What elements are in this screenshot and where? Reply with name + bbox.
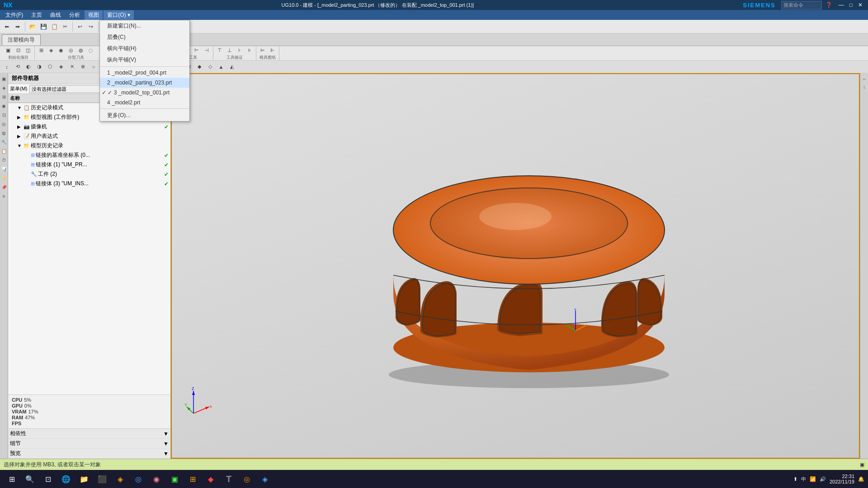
taskbar-app8[interactable]: ◈ <box>257 471 273 487</box>
taskbar-start[interactable]: ⊞ <box>4 471 20 487</box>
taskbar-search[interactable]: 🔍 <box>22 471 38 487</box>
tb-open[interactable]: 📂 <box>28 22 38 32</box>
tree-item-link1[interactable]: ⊞ 链接体 (1) "UM_PR... ✔ <box>8 160 170 169</box>
tree-item-expressions[interactable]: ▶ 📝 用户表达式 <box>8 131 170 141</box>
taskbar-app6[interactable]: ◆ <box>203 471 219 487</box>
left-icon-13[interactable]: 📌 <box>0 183 8 191</box>
taskbar-chrome[interactable]: ◎ <box>239 471 255 487</box>
left-icon-1[interactable]: ▣ <box>0 75 8 82</box>
vtb-8[interactable]: ⊕ <box>78 62 88 72</box>
vtb-9[interactable]: ○ <box>89 62 99 72</box>
vtb-2[interactable]: ⟲ <box>13 62 23 72</box>
tb-back[interactable]: ⬅ <box>2 22 12 32</box>
vtb-1[interactable]: ↕ <box>2 62 12 72</box>
tree-item-model-history[interactable]: ▼ 📁 模型历史记录 <box>8 141 170 150</box>
left-icon-14[interactable]: ≡ <box>0 192 8 200</box>
tb-undo[interactable]: ↩ <box>75 22 85 32</box>
close-btn[interactable]: ✕ <box>856 2 864 8</box>
expand-icon-history[interactable]: ▼ <box>17 105 23 110</box>
left-icon-3[interactable]: ⊞ <box>0 93 8 100</box>
taskbar-notification[interactable]: 🔔 <box>858 476 864 482</box>
left-icon-10[interactable]: ⏱ <box>0 156 8 164</box>
right-icon-1[interactable]: ↔ <box>861 75 868 82</box>
taskbar-task-view[interactable]: ⊡ <box>40 471 56 487</box>
tb-valid-2[interactable]: ⊥ <box>225 46 234 55</box>
menu-file[interactable]: 文件(F) <box>2 10 27 20</box>
vtb-7[interactable]: ✕ <box>67 62 77 72</box>
tb-init-project[interactable]: ▣ <box>4 46 13 55</box>
left-icon-5[interactable]: ⊡ <box>0 111 8 118</box>
left-icon-11[interactable]: 📊 <box>0 165 8 173</box>
right-icon-2[interactable]: ↕ <box>861 83 868 90</box>
menu-home[interactable]: 主页 <box>28 10 46 20</box>
search-box[interactable]: 搜索命令 <box>781 1 822 9</box>
vtb-21[interactable]: ◭ <box>227 62 237 72</box>
tb-part-1[interactable]: ⊞ <box>37 46 46 55</box>
vtb-5[interactable]: ⬡ <box>45 62 55 72</box>
tb-coord[interactable]: ⊡ <box>14 46 23 55</box>
left-icon-7[interactable]: ◍ <box>0 129 8 136</box>
left-icon-8[interactable]: 🔧 <box>0 138 8 145</box>
minimize-btn[interactable]: — <box>837 2 846 8</box>
vtb-20[interactable]: ▲ <box>216 62 226 72</box>
filter-arrow-3[interactable]: ▼ <box>163 450 169 457</box>
tab-injection-mold[interactable]: 注塑模向导 <box>2 34 41 45</box>
menu-view[interactable]: 视图 <box>85 10 103 20</box>
tb-part-2[interactable]: ◈ <box>47 46 56 55</box>
tree-item-coord[interactable]: ⊞ 链接的基准坐标系 (0... ✔ <box>8 150 170 160</box>
left-icon-2[interactable]: ◈ <box>0 84 8 91</box>
tb-part-5[interactable]: ◍ <box>76 46 85 55</box>
expand-icon-expressions[interactable]: ▶ <box>17 134 23 139</box>
nav-menu-label[interactable]: 菜单(M) <box>10 85 28 92</box>
tb-copy[interactable]: 📋 <box>49 22 59 32</box>
taskbar-clock[interactable]: 22:31 2022/11/19 <box>830 474 854 484</box>
menu-win-1[interactable]: 1 _model2_prod_004.prt <box>100 68 189 78</box>
3d-viewport[interactable]: Z X Y Z X <box>171 73 860 459</box>
filter-arrow-1[interactable]: ▼ <box>163 431 169 437</box>
left-icon-4[interactable]: ◉ <box>0 102 8 109</box>
tb-layout[interactable]: ◫ <box>24 46 33 55</box>
tb-part-6[interactable]: ◌ <box>86 46 95 55</box>
expand-icon-model-view[interactable]: ▶ <box>17 115 23 120</box>
menu-tile-v[interactable]: 纵向平铺(V) <box>100 54 189 66</box>
tb-cut[interactable]: ✂ <box>60 22 70 32</box>
expand-icon-camera[interactable]: ▶ <box>17 124 23 129</box>
taskbar-app7[interactable]: T <box>221 471 237 487</box>
taskbar-edge[interactable]: 🌐 <box>58 471 74 487</box>
tb-valid-4[interactable]: ⊧ <box>245 46 254 55</box>
tree-item-workpiece[interactable]: 🔧 工件 (2) ✔ <box>8 169 170 179</box>
menu-curve[interactable]: 曲线 <box>47 10 65 20</box>
tb-valid-1[interactable]: ⊤ <box>215 46 224 55</box>
left-icon-9[interactable]: 📋 <box>0 147 8 155</box>
menu-win-2[interactable]: 2 _model2_parting_023.prt <box>100 78 189 88</box>
filter-arrow-2[interactable]: ▼ <box>163 441 169 447</box>
vtb-4[interactable]: ◑ <box>34 62 44 72</box>
left-icon-6[interactable]: ◎ <box>0 120 8 127</box>
menu-analysis[interactable]: 分析 <box>66 10 84 20</box>
vtb-6[interactable]: ◈ <box>56 62 66 72</box>
help-icon[interactable]: ❓ <box>826 2 832 8</box>
tb-redo[interactable]: ↪ <box>86 22 96 32</box>
menu-window[interactable]: 窗口(O) ▾ <box>104 10 134 20</box>
menu-win-4[interactable]: 4 _model2.prt <box>100 98 189 108</box>
tb-valid-3[interactable]: ⊦ <box>235 46 244 55</box>
taskbar-terminal[interactable]: ⬛ <box>94 471 110 487</box>
tb-part-3[interactable]: ◉ <box>57 46 66 55</box>
menu-new-window[interactable]: 新建窗口(N)... <box>100 20 189 32</box>
taskbar-arrow-up[interactable]: ⬆ <box>793 476 797 482</box>
taskbar-app1[interactable]: ◈ <box>112 471 128 487</box>
vtb-3[interactable]: ◐ <box>24 62 33 72</box>
tree-item-camera[interactable]: ▶ 📷 摄像机 ✔ <box>8 122 170 131</box>
vtb-19[interactable]: ◇ <box>205 62 215 72</box>
taskbar-sound[interactable]: 🔊 <box>820 476 826 482</box>
taskbar-folder[interactable]: 📁 <box>76 471 92 487</box>
tb-save[interactable]: 💾 <box>38 22 48 32</box>
tb-draw-1[interactable]: ⊨ <box>258 46 267 55</box>
tree-item-link3[interactable]: ⊞ 链接体 (3) "UM_INS... ✔ <box>8 179 170 188</box>
menu-win-3[interactable]: ✓ 3 _model2_top_001.prt <box>100 88 189 98</box>
menu-cascade[interactable]: 层叠(C) <box>100 32 189 43</box>
taskbar-app3[interactable]: ◉ <box>148 471 165 487</box>
taskbar-app5[interactable]: ⊞ <box>184 471 201 487</box>
left-icon-12[interactable]: ⚡ <box>0 174 8 182</box>
taskbar-app2[interactable]: ◎ <box>130 471 146 487</box>
